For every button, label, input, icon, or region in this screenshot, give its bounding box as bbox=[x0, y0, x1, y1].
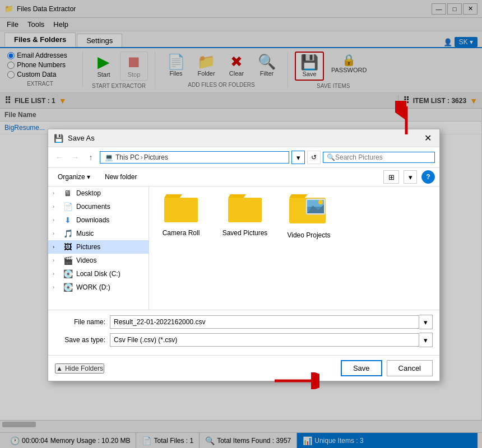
search-input[interactable] bbox=[335, 153, 425, 161]
address-bar: ← → ↑ 💻 This PC › Pictures ▾ ↺ 🔍 bbox=[48, 147, 439, 168]
dialog-save-button[interactable]: Save bbox=[341, 360, 382, 376]
nav-item-downloads[interactable]: › ⬇ Downloads bbox=[48, 213, 149, 227]
nav-pictures-label: Pictures bbox=[76, 243, 144, 251]
path-sep-1: › bbox=[141, 153, 143, 161]
dialog-titlebar: 💾 Save As ✕ bbox=[48, 129, 439, 147]
nav-item-music[interactable]: › 🎵 Music bbox=[48, 227, 149, 240]
dialog-title: Save As bbox=[68, 134, 422, 142]
saved-pictures-label: Saved Pictures bbox=[223, 229, 268, 237]
dialog-footer: ▲ Hide Folders Save Cancel bbox=[48, 355, 439, 381]
forward-button[interactable]: → bbox=[68, 151, 82, 164]
nav-videos-label: Videos bbox=[76, 256, 144, 264]
camera-roll-label: Camera Roll bbox=[163, 229, 200, 237]
save-arrow-svg bbox=[395, 101, 418, 140]
hide-folders-chevron: ▲ bbox=[56, 365, 63, 372]
dialog-icon: 💾 bbox=[54, 134, 63, 143]
save-as-dialog: 💾 Save As ✕ ← → ↑ 💻 This PC › Pictures ▾… bbox=[48, 129, 440, 381]
svg-rect-8 bbox=[228, 198, 262, 222]
refresh-button[interactable]: ↺ bbox=[307, 151, 321, 164]
nav-item-pictures[interactable]: › 🖼 Pictures bbox=[48, 240, 149, 254]
new-folder-label: New folder bbox=[105, 173, 137, 181]
svg-marker-4 bbox=[164, 194, 182, 198]
filename-dropdown-button[interactable]: ▾ bbox=[419, 315, 433, 329]
nav-item-videos[interactable]: › 🎬 Videos bbox=[48, 254, 149, 267]
savetype-label: Save as type: bbox=[55, 336, 105, 344]
address-dropdown-button[interactable]: ▾ bbox=[291, 151, 305, 164]
savetype-input[interactable] bbox=[110, 333, 419, 347]
hide-folders-label: Hide Folders bbox=[65, 365, 103, 372]
nav-item-desktop[interactable]: › 🖥 Desktop bbox=[48, 186, 149, 200]
nav-music-label: Music bbox=[76, 230, 144, 237]
footer-buttons: Save Cancel bbox=[341, 360, 433, 376]
sidebar-nav-list: › 🖥 Desktop › 📄 Documents › ⬇ Downloads … bbox=[48, 186, 149, 310]
address-path-parts: This PC › Pictures bbox=[115, 153, 168, 161]
folder-camera-roll[interactable]: Camera Roll bbox=[156, 193, 206, 237]
camera-roll-icon bbox=[164, 193, 198, 227]
address-path[interactable]: 💻 This PC › Pictures bbox=[100, 151, 289, 164]
nav-desktop-label: Desktop bbox=[76, 189, 144, 197]
nav-work-drive-label: WORK (D:) bbox=[76, 283, 144, 291]
dialog-content: › 🖥 Desktop › 📄 Documents › ⬇ Downloads … bbox=[48, 186, 439, 310]
dialog-bottom: File name: ▾ Save as type: ▾ bbox=[48, 310, 439, 355]
folder-saved-pictures[interactable]: Saved Pictures bbox=[220, 193, 270, 237]
view-dropdown-button[interactable]: ▾ bbox=[404, 170, 417, 184]
dialog-save-arrow-svg bbox=[275, 372, 319, 389]
svg-point-15 bbox=[318, 200, 323, 204]
folder-video-projects[interactable]: Video Projects bbox=[284, 193, 334, 239]
video-projects-icon bbox=[289, 193, 328, 229]
path-part-thispc: This PC bbox=[115, 153, 140, 161]
path-part-pictures: Pictures bbox=[144, 153, 168, 161]
dialog-save-arrow-indicator bbox=[275, 372, 319, 391]
filename-row: File name: ▾ bbox=[55, 315, 433, 329]
organize-button[interactable]: Organize ▾ bbox=[53, 171, 95, 183]
nav-documents-label: Documents bbox=[76, 203, 144, 211]
svg-rect-5 bbox=[164, 198, 198, 222]
dialog-toolbar: Organize ▾ New folder ⊞ ▾ ? bbox=[48, 168, 439, 186]
savetype-dropdown-button[interactable]: ▾ bbox=[419, 333, 433, 347]
filename-label: File name: bbox=[55, 318, 105, 326]
up-button[interactable]: ↑ bbox=[84, 151, 98, 164]
saved-pictures-icon bbox=[228, 193, 262, 227]
nav-local-disk-label: Local Disk (C:) bbox=[76, 270, 144, 278]
dialog-close-button[interactable]: ✕ bbox=[422, 133, 434, 143]
nav-item-local-disk[interactable]: › 💽 Local Disk (C:) bbox=[48, 267, 149, 281]
save-arrow-indicator bbox=[395, 101, 418, 142]
search-box[interactable]: 🔍 bbox=[323, 152, 435, 163]
help-button[interactable]: ? bbox=[421, 170, 435, 184]
svg-marker-10 bbox=[289, 194, 308, 198]
file-area: Camera Roll Saved Pictures bbox=[149, 186, 439, 310]
nav-downloads-label: Downloads bbox=[76, 216, 144, 224]
view-toggle-button[interactable]: ⊞ bbox=[383, 170, 399, 184]
back-button[interactable]: ← bbox=[53, 151, 66, 164]
svg-marker-7 bbox=[228, 194, 246, 198]
organize-label: Organize ▾ bbox=[58, 173, 90, 181]
hide-folders-button[interactable]: ▲ Hide Folders bbox=[55, 363, 104, 374]
search-icon: 🔍 bbox=[327, 153, 335, 161]
nav-item-work-drive[interactable]: › 💽 WORK (D:) bbox=[48, 281, 149, 294]
sidebar-nav: › 🖥 Desktop › 📄 Documents › ⬇ Downloads … bbox=[48, 186, 149, 310]
savetype-row: Save as type: ▾ bbox=[55, 333, 433, 347]
address-path-icon: 💻 bbox=[105, 153, 113, 161]
nav-item-documents[interactable]: › 📄 Documents bbox=[48, 200, 149, 213]
new-folder-button[interactable]: New folder bbox=[100, 171, 142, 183]
filename-input[interactable] bbox=[110, 315, 419, 329]
video-projects-label: Video Projects bbox=[287, 231, 330, 239]
dialog-cancel-button[interactable]: Cancel bbox=[387, 360, 433, 376]
